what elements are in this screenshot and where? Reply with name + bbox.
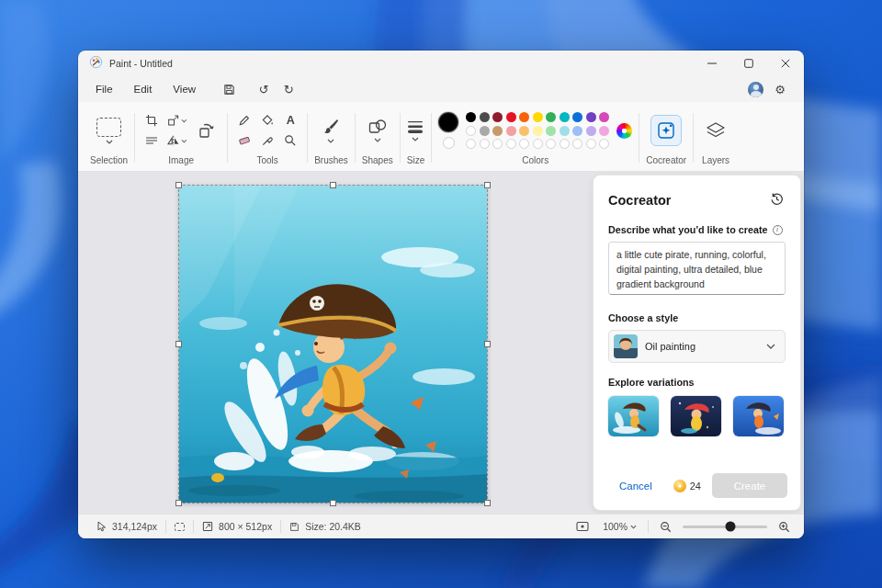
resize-handle-e[interactable]: [484, 341, 491, 347]
settings-gear-icon[interactable]: ⚙: [775, 83, 786, 96]
zoom-slider-thumb[interactable]: [725, 522, 735, 532]
color-swatch[interactable]: [519, 126, 529, 136]
primary-color-swatch[interactable]: [438, 112, 458, 132]
cancel-button[interactable]: Cancel: [619, 481, 652, 492]
color-swatch[interactable]: [560, 139, 570, 149]
color-swatch[interactable]: [533, 139, 543, 149]
resize-button[interactable]: [167, 112, 187, 130]
resize-handle-sw[interactable]: [175, 500, 182, 506]
history-button[interactable]: [768, 190, 786, 210]
selection-options-button[interactable]: [141, 132, 162, 150]
pencil-tool-button[interactable]: [234, 111, 254, 129]
undo-button[interactable]: ↺: [252, 79, 276, 99]
resize-handle-n[interactable]: [330, 182, 336, 188]
text-tool-button[interactable]: A: [280, 111, 300, 129]
color-swatch[interactable]: [572, 112, 582, 122]
color-swatch[interactable]: [572, 126, 582, 136]
color-swatch[interactable]: [506, 139, 516, 149]
cocreator-sparkle-icon: [657, 121, 675, 140]
color-swatch[interactable]: [586, 126, 596, 136]
zoom-in-icon: [778, 521, 790, 533]
resize-handle-se[interactable]: [484, 500, 491, 506]
color-swatch[interactable]: [546, 139, 556, 149]
prompt-input[interactable]: a little cute pirate, running, colorful,…: [608, 242, 786, 295]
group-label-brushes: Brushes: [314, 153, 348, 168]
color-swatch[interactable]: [480, 112, 490, 122]
minimize-button[interactable]: [694, 51, 730, 76]
variation-thumbnail-3[interactable]: [733, 396, 784, 436]
zoom-slider[interactable]: [683, 526, 767, 528]
variation-thumbnail-2[interactable]: [671, 396, 721, 436]
color-swatch[interactable]: [599, 112, 609, 122]
color-picker-tool-button[interactable]: [257, 131, 277, 149]
color-swatch[interactable]: [492, 112, 503, 122]
close-button[interactable]: [767, 51, 804, 76]
color-swatch[interactable]: [533, 112, 543, 122]
selection-tool-button[interactable]: [96, 118, 121, 144]
chevron-down-icon: [766, 344, 775, 349]
brushes-button[interactable]: [322, 118, 340, 143]
zoom-in-button[interactable]: [775, 519, 793, 535]
color-swatch[interactable]: [572, 139, 582, 149]
resize-handle-w[interactable]: [175, 341, 182, 347]
color-swatch[interactable]: [519, 139, 529, 149]
zoom-fit-icon: [576, 521, 589, 532]
color-swatch[interactable]: [546, 126, 556, 136]
titlebar[interactable]: Paint - Untitled: [78, 51, 804, 76]
save-icon: [223, 84, 235, 96]
create-button[interactable]: Create: [712, 473, 787, 498]
canvas-image[interactable]: [179, 186, 487, 503]
color-swatch[interactable]: [480, 126, 490, 136]
zoom-fit-button[interactable]: [573, 519, 592, 534]
save-button[interactable]: [217, 79, 241, 99]
group-label-shapes: Shapes: [362, 153, 393, 168]
fill-tool-button[interactable]: [257, 111, 277, 129]
ribbon-group-cocreator: Cocreator: [641, 105, 691, 171]
color-swatch[interactable]: [560, 112, 570, 122]
account-avatar[interactable]: [748, 82, 763, 97]
rotate-button[interactable]: [193, 117, 220, 144]
color-swatch[interactable]: [546, 112, 556, 122]
cocreator-button[interactable]: [650, 115, 682, 146]
color-swatch[interactable]: [506, 126, 516, 136]
resize-handle-ne[interactable]: [484, 182, 491, 188]
color-swatch[interactable]: [466, 126, 476, 136]
canvas-dimensions: 800 × 512px: [194, 521, 280, 532]
secondary-color-swatch[interactable]: [443, 137, 455, 149]
menu-view[interactable]: View: [163, 80, 206, 98]
eraser-tool-button[interactable]: [234, 131, 254, 149]
crop-button[interactable]: [141, 112, 162, 130]
style-label: Choose a style: [608, 312, 678, 323]
color-swatch[interactable]: [480, 139, 490, 149]
color-swatch[interactable]: [599, 139, 609, 149]
shapes-button[interactable]: [368, 119, 387, 142]
color-swatch[interactable]: [492, 126, 503, 136]
resize-handle-nw[interactable]: [175, 182, 182, 188]
redo-button[interactable]: ↻: [277, 79, 300, 99]
layers-button[interactable]: [700, 115, 731, 146]
color-swatch[interactable]: [586, 139, 596, 149]
color-swatch[interactable]: [533, 126, 543, 136]
color-swatch[interactable]: [466, 112, 476, 122]
color-swatch[interactable]: [466, 139, 476, 149]
edit-colors-button[interactable]: [616, 123, 632, 139]
menu-edit[interactable]: Edit: [124, 80, 163, 98]
color-swatch[interactable]: [506, 112, 516, 122]
size-button[interactable]: [407, 119, 424, 141]
zoom-level-dropdown[interactable]: 100%: [600, 519, 639, 534]
canvas-area[interactable]: Cocreator Describe what you'd like to cr…: [78, 172, 804, 514]
color-swatch[interactable]: [492, 139, 503, 149]
magnifier-tool-button[interactable]: [280, 131, 300, 149]
variation-thumbnail-1[interactable]: [608, 396, 659, 436]
maximize-button[interactable]: [730, 51, 767, 76]
resize-handle-s[interactable]: [330, 500, 336, 506]
color-swatch[interactable]: [519, 112, 529, 122]
info-icon[interactable]: i: [773, 225, 783, 235]
flip-button[interactable]: [167, 132, 187, 150]
zoom-out-button[interactable]: [657, 519, 674, 535]
color-swatch[interactable]: [599, 126, 609, 136]
color-swatch[interactable]: [586, 112, 596, 122]
style-dropdown[interactable]: Oil painting: [608, 330, 786, 363]
color-swatch[interactable]: [560, 126, 570, 136]
menu-file[interactable]: File: [85, 80, 123, 98]
